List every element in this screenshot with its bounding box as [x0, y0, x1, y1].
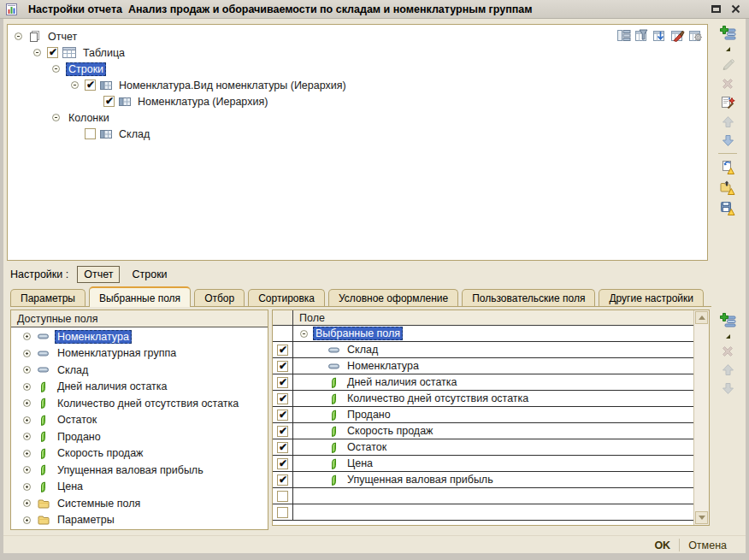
move-up-icon	[722, 115, 734, 128]
selected-field-label[interactable]: Дней наличия остатка	[345, 375, 460, 389]
expander-minus-icon[interactable]	[300, 330, 308, 338]
available-field-label[interactable]: Упущенная валовая прибыль	[55, 463, 206, 477]
selected-field-label[interactable]: Склад	[345, 343, 380, 357]
available-field-label[interactable]: Остаток	[55, 413, 99, 427]
available-field-label[interactable]: Количество дней отсутствия остатка	[55, 397, 241, 410]
tree-row: Склад	[8, 126, 707, 142]
selected-field-label	[327, 511, 333, 513]
checkbox[interactable]	[277, 491, 288, 502]
checkbox[interactable]	[277, 393, 288, 404]
tree-item-label[interactable]: Склад	[116, 127, 152, 141]
available-field-label[interactable]: Цена	[55, 480, 86, 493]
available-field-row: Дней наличия остатка	[11, 379, 268, 396]
add-menu-arrow-icon[interactable]	[725, 46, 731, 52]
selected-field-label[interactable]: Остаток	[345, 440, 389, 454]
row-content: Выбранные поля	[293, 326, 694, 341]
filter-icon[interactable]	[634, 27, 649, 43]
scroll-down-button[interactable]	[695, 511, 708, 524]
sort-icon[interactable]	[652, 27, 667, 43]
tab-сортировка[interactable]: Сортировка	[248, 289, 325, 306]
settings-gear-icon[interactable]	[687, 27, 703, 43]
expander-minus-icon[interactable]	[52, 65, 60, 73]
tree-item-label[interactable]: Колонки	[66, 111, 112, 125]
selected-field-label[interactable]: Скорость продаж	[345, 424, 435, 438]
selected-field-label[interactable]: Цена	[345, 457, 375, 470]
conditional-appearance-icon[interactable]	[669, 27, 685, 43]
selected-field-label[interactable]: Количество дней отсутствия остатка	[345, 392, 531, 405]
expander-plus-icon[interactable]	[23, 416, 31, 424]
selected-field-label[interactable]: Продано	[345, 408, 393, 421]
available-field-label[interactable]: Параметры	[55, 513, 117, 527]
save-settings-icon[interactable]	[720, 201, 735, 215]
available-field-label[interactable]: Номенклатура	[55, 330, 132, 344]
grouping-icon[interactable]	[616, 27, 631, 43]
checkbox[interactable]	[85, 128, 96, 139]
tab-условное-оформление[interactable]: Условное оформление	[328, 289, 458, 306]
custom-fields-icon[interactable]	[721, 96, 735, 109]
available-field-label[interactable]: Продано	[55, 430, 103, 444]
checkbox[interactable]	[47, 47, 58, 58]
expander-plus-icon[interactable]	[23, 350, 31, 357]
expander-plus-icon[interactable]	[23, 333, 31, 340]
expander-plus-icon[interactable]	[23, 433, 31, 440]
dimension-icon	[327, 363, 339, 369]
checkbox[interactable]	[103, 96, 115, 107]
expander-minus-icon[interactable]	[52, 114, 60, 121]
available-field-label[interactable]: Дней наличия остатка	[55, 380, 170, 393]
checkbox[interactable]	[85, 80, 96, 91]
tree-item-label[interactable]: Номенклатура (Иерархия)	[135, 95, 270, 109]
add-icon[interactable]	[720, 313, 736, 327]
selected-fields-root-label[interactable]: Выбранные поля	[313, 327, 403, 340]
checkbox[interactable]	[277, 377, 288, 388]
tree-item-label[interactable]: Номенклатура.Вид номенклатуры (Иерархия)	[116, 79, 349, 92]
available-field-label[interactable]: Номенклатурная группа	[55, 346, 179, 360]
add-icon[interactable]	[720, 26, 736, 40]
restore-settings-icon[interactable]	[720, 160, 735, 174]
tree-item-label[interactable]: Строки	[66, 62, 106, 76]
ok-button[interactable]: OK	[646, 538, 679, 553]
vertical-scrollbar[interactable]	[693, 310, 709, 525]
available-field-label[interactable]: Скорость продаж	[55, 446, 145, 460]
tab-другие-настройки[interactable]: Другие настройки	[599, 289, 704, 306]
tree-item-label[interactable]: Таблица	[80, 46, 127, 60]
checkbox[interactable]	[277, 442, 288, 453]
checkbox[interactable]	[277, 410, 288, 421]
expander-plus-icon[interactable]	[23, 399, 31, 407]
checkbox[interactable]	[277, 426, 288, 437]
checkbox[interactable]	[277, 458, 288, 469]
settings-scope-button[interactable]: Строки	[125, 266, 174, 283]
expander-plus-icon[interactable]	[23, 499, 31, 507]
maximize-button[interactable]	[711, 5, 721, 13]
expander-plus-icon[interactable]	[23, 450, 31, 457]
selected-field-label[interactable]: Номенклатура	[345, 359, 422, 373]
scroll-up-button[interactable]	[695, 311, 708, 324]
checkbox[interactable]	[277, 361, 288, 372]
close-button[interactable]	[731, 4, 740, 14]
available-field-label[interactable]: Склад	[55, 363, 91, 377]
add-menu-arrow-icon[interactable]	[725, 333, 731, 339]
cancel-button[interactable]: Отмена	[680, 538, 735, 553]
expander-plus-icon[interactable]	[23, 383, 31, 391]
expander-minus-icon[interactable]	[15, 32, 22, 40]
checkbox[interactable]	[277, 475, 288, 486]
expander-minus-icon[interactable]	[33, 49, 41, 56]
checkbox[interactable]	[277, 345, 288, 356]
expander-plus-icon[interactable]	[23, 466, 31, 474]
settings-scope-active-button[interactable]: Отчет	[77, 266, 120, 283]
tree-item-label[interactable]: Отчет	[45, 30, 80, 44]
selected-field-label[interactable]: Упущенная валовая прибыль	[345, 473, 496, 486]
tab-пользовательские-поля[interactable]: Пользовательские поля	[462, 289, 595, 306]
expander-plus-icon[interactable]	[23, 483, 31, 491]
tab-выбранные-поля[interactable]: Выбранные поля	[89, 286, 191, 307]
move-down-icon[interactable]	[722, 134, 734, 147]
checkbox[interactable]	[277, 507, 288, 518]
expander-minus-icon[interactable]	[71, 81, 79, 89]
available-fields-header-label: Доступные поля	[17, 313, 98, 325]
expander-plus-icon[interactable]	[23, 516, 31, 524]
tab-отбор[interactable]: Отбор	[194, 289, 245, 306]
load-settings-icon[interactable]	[720, 180, 735, 195]
tab-параметры[interactable]: Параметры	[10, 289, 86, 306]
expander-plus-icon[interactable]	[23, 366, 31, 374]
field-icon	[119, 97, 131, 106]
available-field-label[interactable]: Системные поля	[55, 497, 143, 510]
